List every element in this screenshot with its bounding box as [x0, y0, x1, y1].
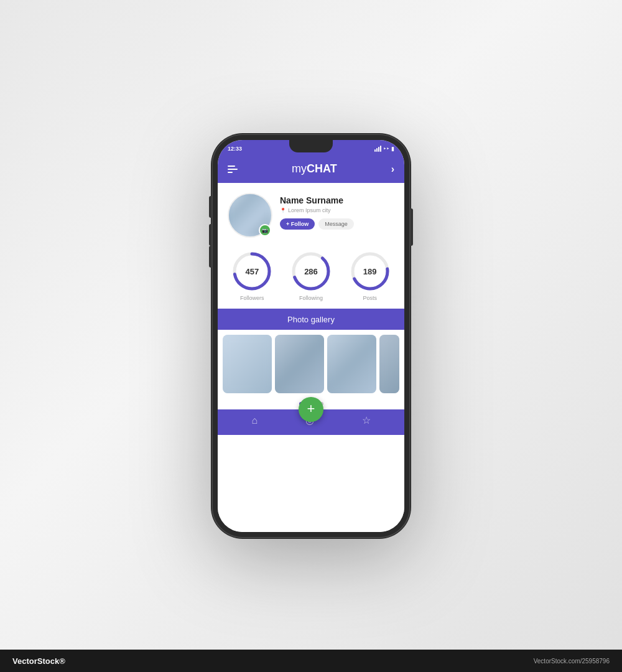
circle-chart-following: 286: [290, 250, 332, 292]
watermark-bar: VectorStock® VectorStock.com/25958796: [0, 650, 622, 672]
profile-actions: + Follow Message: [280, 218, 394, 230]
profile-section: Name Surname 📍 Lorem Ipsum city + Follow…: [218, 183, 404, 245]
profile-info: Name Surname 📍 Lorem Ipsum city + Follow…: [280, 193, 394, 230]
stat-value-posts: 189: [363, 267, 377, 276]
stat-label-posts: Posts: [363, 295, 377, 301]
menu-icon[interactable]: [228, 166, 238, 173]
gallery-title: Photo gallery: [287, 315, 335, 324]
phone-body: 12:33 ‣‣ ▮ myCHAT ›: [211, 134, 411, 538]
follow-button[interactable]: + Follow: [280, 218, 315, 230]
gallery-item-1[interactable]: [223, 335, 272, 393]
title-prefix: my: [292, 162, 307, 175]
circle-chart-followers: 457: [231, 250, 273, 292]
phone-wrapper: 12:33 ‣‣ ▮ myCHAT ›: [211, 134, 411, 538]
profile-city: Lorem Ipsum city: [288, 207, 331, 213]
profile-location: 📍 Lorem Ipsum city: [280, 207, 394, 213]
stat-label-following: Following: [299, 295, 323, 301]
phone-screen: 12:33 ‣‣ ▮ myCHAT ›: [218, 140, 404, 532]
app-header: myCHAT ›: [218, 157, 404, 183]
gallery-item-2[interactable]: [275, 335, 324, 393]
circle-chart-posts: 189: [349, 250, 391, 292]
battery-icon: ▮: [391, 146, 394, 152]
notch-bar: 12:33 ‣‣ ▮: [218, 140, 404, 157]
watermark-left: VectorStock®: [12, 656, 65, 666]
gallery-item-4[interactable]: [379, 335, 399, 393]
wifi-icon: ‣‣: [383, 146, 389, 152]
header-chevron-icon[interactable]: ›: [391, 164, 394, 175]
gallery-item-3[interactable]: [327, 335, 376, 393]
avatar-wrapper: [228, 193, 272, 238]
profile-name: Name Surname: [280, 195, 394, 205]
app-title: myCHAT: [292, 162, 337, 175]
camera-badge-icon[interactable]: [259, 224, 271, 236]
bottom-bar: + ⌂ ◎ ☆: [218, 409, 404, 435]
gallery-grid: [218, 330, 404, 398]
notch-center: [289, 140, 333, 152]
title-main: CHAT: [307, 162, 337, 175]
message-button[interactable]: Message: [318, 218, 354, 230]
gallery-header: Photo gallery: [218, 309, 404, 330]
signal-bars-icon: [374, 146, 381, 152]
nav-home-icon[interactable]: ⌂: [251, 415, 258, 426]
watermark-right: VectorStock.com/25958796: [534, 658, 610, 665]
status-time: 12:33: [228, 146, 242, 152]
screen-content: Name Surname 📍 Lorem Ipsum city + Follow…: [218, 183, 404, 532]
stat-label-followers: Followers: [240, 295, 264, 301]
stat-value-followers: 457: [245, 267, 259, 276]
stat-following: 286 Following: [290, 250, 332, 301]
status-icons: ‣‣ ▮: [374, 146, 394, 152]
stat-value-following: 286: [304, 267, 318, 276]
stat-posts: 189 Posts: [349, 250, 391, 301]
stats-section: 457 Followers 286 Followin: [218, 245, 404, 309]
stat-followers: 457 Followers: [231, 250, 273, 301]
nav-favorites-icon[interactable]: ☆: [362, 414, 371, 426]
fab-button[interactable]: +: [299, 397, 323, 422]
location-pin-icon: 📍: [280, 208, 286, 213]
